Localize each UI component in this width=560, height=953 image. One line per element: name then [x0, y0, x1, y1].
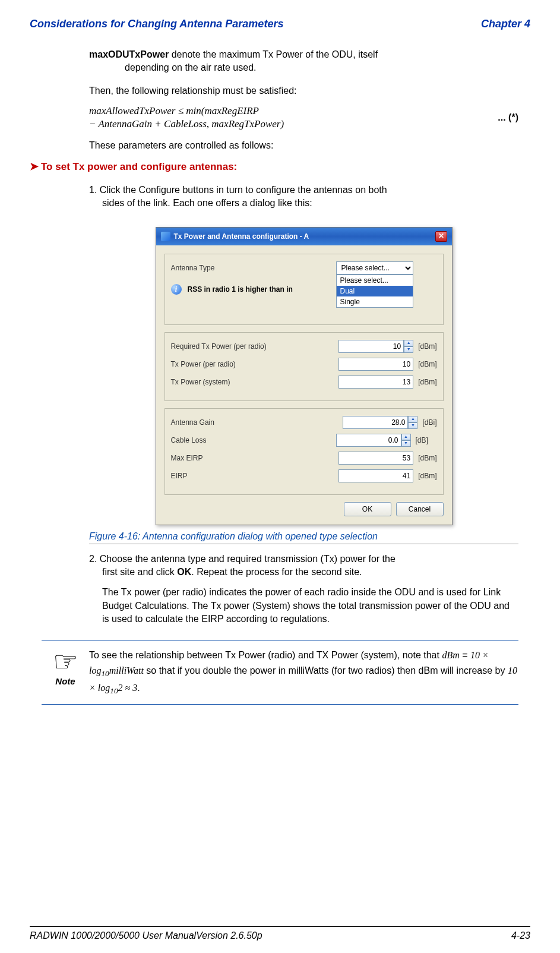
dialog-body: Antenna Type Please select... Please sel…	[156, 245, 452, 525]
formula-line2: − AntennaGain + CableLoss, maxRegTxPower…	[89, 118, 284, 130]
dialog-button-row: OK Cancel	[164, 502, 444, 516]
spinner-up-icon[interactable]: ▲	[401, 434, 411, 440]
tx-system-input	[338, 375, 413, 389]
max-eirp-row: Max EIRP [dBm]	[171, 452, 437, 465]
ant-gain-row: Antenna Gain ▲ ▼ [dBi]	[171, 416, 437, 429]
header-right: Chapter 4	[481, 18, 530, 30]
ant-gain-unit: [dBi]	[422, 418, 436, 427]
formula-text: maxAllowedTxPower ≤ min(maxRegEIRP − Ant…	[89, 105, 480, 131]
tx-per-radio-input	[338, 358, 413, 371]
ok-button[interactable]: OK	[344, 502, 391, 516]
step1-line2: sides of the link. Each one offers a dia…	[102, 197, 518, 210]
info-icon: i	[171, 284, 182, 295]
relationship-must: Then, the following relationship must be…	[89, 84, 518, 97]
cable-loss-spinner[interactable]: ▲ ▼	[336, 434, 411, 447]
spinner-up-icon[interactable]: ▲	[408, 416, 417, 422]
eirp-label: EIRP	[171, 472, 278, 480]
cable-loss-input[interactable]	[336, 434, 401, 447]
tx-power-dialog: Tx Power and Antenna configuration - A ✕…	[156, 227, 453, 525]
action-heading-text: To set Tx power and configure antennas:	[41, 161, 237, 172]
rss-info-text: RSS in radio 1 is higher than in	[188, 285, 293, 294]
params-controlled: These parameters are controlled as follo…	[89, 139, 518, 152]
antenna-type-dropdown[interactable]: Please select... Please select... Dual S…	[336, 261, 413, 274]
spinner-buttons[interactable]: ▲ ▼	[408, 416, 417, 429]
formula-line1: maxAllowedTxPower ≤ min(maxRegEIRP	[89, 105, 259, 116]
antenna-type-group: Antenna Type Please select... Please sel…	[164, 254, 444, 325]
option-dual[interactable]: Dual	[337, 286, 413, 296]
tx-system-label: Tx Power (system)	[171, 378, 278, 386]
hand-icon: ☞	[42, 648, 89, 676]
note-math1a: dBm	[442, 650, 459, 660]
tx-per-radio-unit: [dBm]	[418, 360, 436, 368]
tx-power-group: Required Tx Power (per radio) ▲ ▼ [dBm] …	[164, 332, 444, 401]
note-text: To see the relationship between Tx Power…	[89, 648, 518, 697]
step-1: 1. Click the Configure buttons in turn t…	[89, 184, 518, 210]
close-icon[interactable]: ✕	[435, 231, 447, 242]
note-math1sub: 10	[101, 669, 109, 678]
step-2: 2. Choose the antenna type and required …	[89, 553, 518, 579]
cable-loss-row: Cable Loss ▲ ▼ [dB]	[171, 434, 437, 447]
footer-left: RADWIN 1000/2000/5000 User ManualVersion…	[30, 930, 262, 941]
tx-per-radio-row: Tx Power (per radio) [dBm]	[171, 358, 437, 371]
option-single[interactable]: Single	[337, 296, 413, 307]
antenna-type-select[interactable]: Please select...	[336, 261, 413, 274]
tx-per-radio-label: Tx Power (per radio)	[171, 360, 278, 368]
note-label: Note	[42, 676, 89, 686]
note-math1c: milliWatt	[109, 665, 144, 676]
req-tx-label: Required Tx Power (per radio)	[171, 342, 278, 351]
page-header: Considerations for Changing Antenna Para…	[30, 18, 530, 30]
dialog-title: Tx Power and Antenna configuration - A	[174, 232, 309, 241]
step1-line1: 1. Click the Configure buttons in turn t…	[89, 185, 387, 195]
step2-part-c: . Repeat the process for the second site…	[191, 567, 362, 577]
note-math2sub: 10	[110, 686, 118, 695]
cancel-button[interactable]: Cancel	[396, 502, 444, 516]
formula-marker: ... (*)	[498, 112, 518, 123]
term-maxodu: maxODUTxPower	[89, 49, 169, 59]
note-math1eq: =	[460, 650, 470, 660]
tx-system-unit: [dBm]	[418, 378, 436, 386]
maxodu-desc-line2: depending on the air rate used.	[125, 61, 518, 74]
cable-loss-unit: [dB]	[416, 436, 437, 444]
eirp-unit: [dBm]	[418, 472, 436, 480]
option-please-select[interactable]: Please select...	[337, 275, 413, 286]
note-icon-column: ☞ Note	[42, 648, 89, 686]
arrow-icon: ➤	[30, 160, 39, 172]
spinner-up-icon[interactable]: ▲	[404, 340, 413, 346]
figure-caption: Figure 4-16: Antenna configuration dialo…	[89, 531, 518, 544]
action-heading: ➤To set Tx power and configure antennas:	[30, 160, 518, 173]
antenna-type-options: Please select... Dual Single	[336, 274, 413, 308]
dialog-screenshot: Tx Power and Antenna configuration - A ✕…	[89, 227, 518, 525]
step2-part-b: first site and click	[102, 567, 177, 577]
spinner-down-icon[interactable]: ▼	[404, 346, 413, 353]
spinner-buttons[interactable]: ▲ ▼	[404, 340, 413, 353]
req-tx-spinner[interactable]: ▲ ▼	[338, 340, 413, 353]
maxodu-desc-line1: denote the maximum Tx Power of the ODU, …	[169, 49, 378, 59]
spinner-buttons[interactable]: ▲ ▼	[401, 434, 411, 447]
ant-gain-label: Antenna Gain	[171, 418, 278, 427]
ant-gain-spinner[interactable]: ▲ ▼	[343, 416, 417, 429]
eirp-row: EIRP [dBm]	[171, 469, 437, 482]
note-t2: so that if you double the power in milli…	[144, 665, 508, 676]
antenna-params-group: Antenna Gain ▲ ▼ [dBi] Cable Loss	[164, 408, 444, 495]
ant-gain-input[interactable]	[343, 416, 408, 429]
footer-right: 4-23	[511, 930, 530, 941]
spinner-down-icon[interactable]: ▼	[408, 422, 417, 429]
req-tx-input[interactable]	[338, 340, 404, 353]
step2-ok-bold: OK	[177, 567, 191, 577]
max-eirp-label: Max EIRP	[171, 454, 278, 462]
page-footer: RADWIN 1000/2000/5000 User ManualVersion…	[30, 926, 530, 941]
req-tx-unit: [dBm]	[418, 342, 436, 351]
max-eirp-unit: [dBm]	[418, 454, 436, 462]
note-t3: .	[137, 683, 140, 693]
note-t1: To see the relationship between Tx Power…	[89, 650, 442, 660]
max-eirp-input	[338, 452, 413, 465]
req-tx-row: Required Tx Power (per radio) ▲ ▼ [dBm]	[171, 340, 437, 353]
note-block: ☞ Note To see the relationship between T…	[42, 640, 518, 705]
note-math2b: 2 ≈ 3	[118, 683, 138, 693]
antenna-type-row: Antenna Type Please select... Please sel…	[171, 261, 437, 274]
window-icon	[161, 232, 170, 241]
max-odu-definition: maxODUTxPower denote the maximum Tx Powe…	[89, 48, 518, 75]
spinner-down-icon[interactable]: ▼	[401, 440, 411, 447]
antenna-type-label: Antenna Type	[171, 264, 278, 272]
step2-paragraph: The Tx power (per radio) indicates the p…	[102, 586, 518, 626]
